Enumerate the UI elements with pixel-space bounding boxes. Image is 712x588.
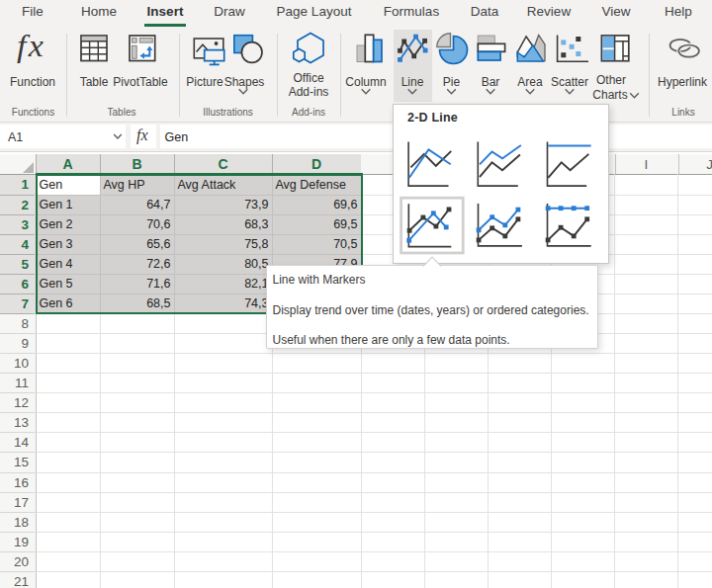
svg-text:fx: fx <box>17 29 45 63</box>
